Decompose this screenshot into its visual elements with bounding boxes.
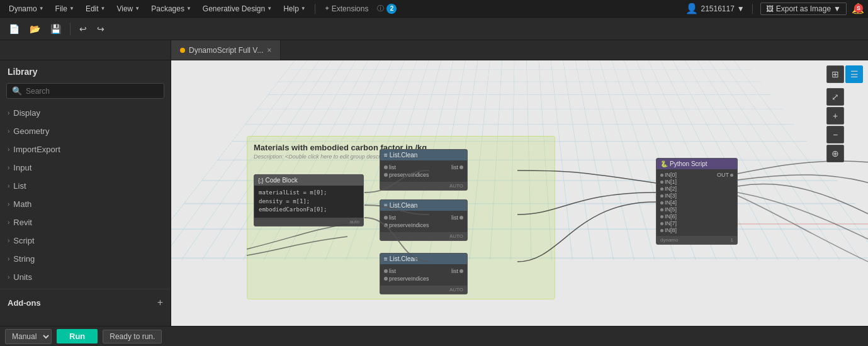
menu-separator: [315, 4, 315, 14]
sidebar-item-label: String: [13, 254, 35, 264]
new-button[interactable]: 📄: [5, 21, 23, 36]
listclean3-footer: AUTO: [380, 286, 467, 294]
sidebar-item-label: Input: [13, 163, 31, 172]
sidebar-item-label: Revit: [13, 218, 32, 227]
undo-icon: ↩: [79, 24, 87, 34]
listclean1-icon: ≡: [384, 152, 388, 159]
user-section[interactable]: 👤 21516117 ▼: [685, 3, 744, 14]
canvas[interactable]: ⊞ ☰ ⤢ + − ⊕ Materials with embodied carb…: [171, 60, 868, 326]
run-button[interactable]: Run: [57, 329, 98, 343]
chevron-right-icon: ›: [8, 274, 9, 281]
menu-help[interactable]: Help ▼: [278, 3, 311, 14]
chevron-right-icon: ›: [8, 219, 9, 226]
listclean2-footer: AUTO: [380, 232, 467, 240]
sidebar-item-importexport[interactable]: › ImportExport: [0, 140, 171, 159]
bell-icon[interactable]: 🔔 S: [852, 3, 864, 14]
chevron-right-icon: ›: [8, 164, 9, 171]
menu-edit[interactable]: Edit ▼: [81, 3, 111, 14]
run-mode-select[interactable]: Manual: [5, 329, 52, 344]
code-block-node[interactable]: {;} Code Block materialList = m[0]; dens…: [254, 174, 364, 226]
fit-screen-button[interactable]: ⤢: [826, 88, 844, 106]
sidebar: Library 🔍 › Display › Geometry › ImportE…: [0, 60, 171, 326]
chevron-right-icon: ›: [8, 255, 9, 262]
notification-badge[interactable]: 2: [386, 4, 397, 14]
tab-bar: DynamoScript Full V... ×: [0, 40, 868, 60]
addons-header: Add-ons +: [0, 292, 171, 312]
add-addon-button[interactable]: +: [157, 297, 163, 308]
list-view-button[interactable]: ☰: [845, 65, 863, 83]
code-block-icon: {;}: [258, 177, 264, 184]
menu-file[interactable]: File ▼: [50, 3, 79, 14]
node-group: Materials with embodied carbon factor in…: [247, 136, 555, 299]
sidebar-item-label: Script: [13, 236, 34, 245]
python-footer: dynamo1: [657, 236, 737, 244]
code-line-1: materialList = m[0];: [259, 189, 359, 198]
save-button[interactable]: 💾: [47, 21, 65, 36]
toolbar-separator: [70, 23, 70, 35]
sidebar-item-script[interactable]: › Script: [0, 232, 171, 250]
listclean3-icon: ≡: [384, 255, 388, 262]
sidebar-item-geometry[interactable]: › Geometry: [0, 122, 171, 140]
menu-extensions[interactable]: ✦ Extensions: [319, 3, 374, 14]
menu-bar: Dynamo ▼ File ▼ Edit ▼ View ▼ Packages ▼…: [0, 0, 868, 18]
sidebar-item-revit[interactable]: › Revit: [0, 213, 171, 232]
redo-icon: ↪: [97, 24, 104, 34]
search-icon: 🔍: [12, 86, 22, 96]
sidebar-item-label: Geometry: [13, 126, 49, 136]
code-line-3: embodiedCarbonFa[0];: [259, 206, 359, 215]
search-box[interactable]: 🔍: [6, 83, 164, 99]
close-tab-button[interactable]: ×: [267, 46, 271, 55]
sidebar-item-label: List: [13, 181, 26, 191]
alert-badge: S: [854, 4, 863, 13]
menu-view[interactable]: View ▼: [111, 3, 145, 14]
sidebar-item-display[interactable]: › Display: [0, 104, 171, 122]
chevron-right-icon: ›: [8, 109, 9, 116]
listclean-node-1[interactable]: ≡ List.Clean list list preserveIndices A…: [380, 149, 468, 191]
zoom-in-button[interactable]: +: [826, 107, 844, 125]
user-arrow-icon: ▼: [737, 4, 745, 13]
zoom-fit-button[interactable]: ⊕: [826, 145, 844, 162]
toolbar: 📄 📂 💾 ↩ ↪: [0, 18, 868, 40]
canvas-tools: ⊞ ☰ ⤢ + − ⊕: [826, 65, 863, 162]
listclean1-footer: AUTO: [380, 182, 467, 190]
menu-generative-design[interactable]: Generative Design ▼: [198, 3, 277, 14]
python-script-node[interactable]: 🐍 Python Script IN[0] OUT IN[1] IN[2] IN…: [656, 158, 738, 245]
listclean-node-2[interactable]: ≡ List.Clean list list preserveIndices A…: [380, 199, 468, 241]
sidebar-item-string[interactable]: › String: [0, 250, 171, 268]
export-arrow-icon: ▼: [833, 4, 841, 13]
redo-button[interactable]: ↪: [93, 21, 108, 36]
chevron-right-icon: ›: [8, 128, 9, 135]
content-area: Library 🔍 › Display › Geometry › ImportE…: [0, 60, 868, 326]
python-title: Python Script: [670, 160, 707, 167]
search-input[interactable]: [26, 87, 159, 96]
active-tab[interactable]: DynamoScript Full V... ×: [171, 40, 281, 60]
menu-sep2: [752, 4, 753, 14]
chevron-right-icon: ›: [8, 237, 9, 244]
sidebar-item-label: Math: [13, 199, 31, 209]
view-arrow-icon: ▼: [135, 6, 140, 11]
gd-arrow-icon: ▼: [267, 6, 272, 11]
help-arrow-icon: ▼: [301, 6, 306, 11]
sidebar-divider: [0, 289, 171, 289]
notification-area: ⓘ 2: [377, 4, 397, 14]
menu-dynamo[interactable]: Dynamo ▼: [4, 3, 49, 14]
python-icon: 🐍: [660, 160, 668, 167]
listclean1-title: List.Clean: [390, 152, 417, 159]
open-button[interactable]: 📂: [26, 21, 44, 36]
menu-packages[interactable]: Packages ▼: [146, 3, 196, 14]
sidebar-item-input[interactable]: › Input: [0, 159, 171, 177]
packages-arrow-icon: ▼: [186, 6, 191, 11]
undo-button[interactable]: ↩: [76, 21, 91, 36]
grid-view-button[interactable]: ⊞: [826, 65, 844, 83]
sidebar-item-units[interactable]: › Units: [0, 268, 171, 286]
new-icon: 📄: [9, 24, 20, 34]
sidebar-item-list[interactable]: › List: [0, 177, 171, 195]
zoom-out-button[interactable]: −: [826, 126, 844, 143]
view-toggle-row: ⊞ ☰: [826, 65, 863, 83]
sidebar-item-math[interactable]: › Math: [0, 195, 171, 213]
listclean-node-3[interactable]: ≡ List.Clean list list preserveIndices A…: [380, 253, 468, 294]
tab-dot: [180, 48, 185, 53]
save-icon: 💾: [50, 24, 61, 34]
listclean3-title: List.Clean: [390, 255, 417, 262]
export-button[interactable]: 🖼 Export as Image ▼: [760, 3, 847, 15]
